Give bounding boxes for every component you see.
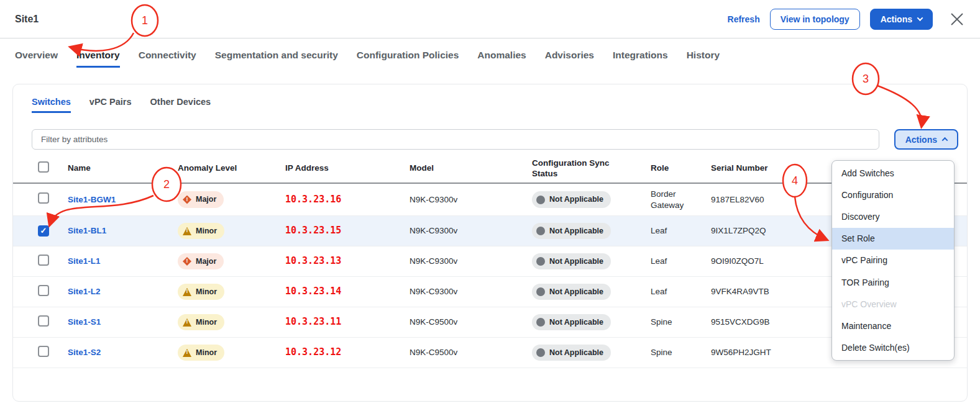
filter-input[interactable] <box>32 129 879 150</box>
column-header-anomaly-level[interactable]: Anomaly Level <box>178 163 285 174</box>
ip-address: 10.3.23.13 <box>285 255 341 266</box>
menu-item-delete-switches[interactable]: Delete Switch(es) <box>832 337 954 359</box>
model: N9K-C9500v <box>410 347 532 358</box>
row-checkbox[interactable] <box>38 315 49 327</box>
table-actions-label: Actions <box>905 135 937 145</box>
serial-number: 9515VCXDG9B <box>711 317 836 328</box>
anomaly-badge: Major <box>178 253 224 269</box>
tab-configuration-policies[interactable]: Configuration Policies <box>357 50 459 68</box>
model: N9K-C9500v <box>410 317 532 328</box>
ip-address: 10.3.23.16 <box>285 194 341 205</box>
site-detail-dialog: Site1 Refresh View in topology Actions O… <box>0 0 980 406</box>
anomaly-label: Major <box>196 194 216 204</box>
tab-segmentation-and-security[interactable]: Segmentation and security <box>215 50 338 68</box>
anomaly-icon <box>183 287 191 296</box>
menu-item-discovery[interactable]: Discovery <box>832 205 954 227</box>
role: Border Gateway <box>651 189 711 210</box>
role: Spine <box>651 347 711 358</box>
role: Leaf <box>651 286 711 297</box>
column-header-config-sync-status[interactable]: Configuration Sync Status <box>532 158 651 179</box>
switch-name-link[interactable]: Site1-S1 <box>68 317 101 327</box>
column-header-name[interactable]: Name <box>68 163 178 174</box>
header-actions-button[interactable]: Actions <box>870 9 933 30</box>
switch-name-link[interactable]: Site1-S2 <box>68 348 101 357</box>
menu-item-vpc-pairing[interactable]: vPC Pairing <box>832 250 954 271</box>
row-checkbox[interactable] <box>38 255 49 266</box>
sync-status-badge: Not Applicable <box>532 284 611 300</box>
view-in-topology-button[interactable]: View in topology <box>770 9 860 30</box>
menu-item-set-role[interactable]: Set Role <box>832 228 954 250</box>
subtab-vpc-pairs[interactable]: vPC Pairs <box>89 97 132 113</box>
sync-status-label: Not Applicable <box>549 194 603 204</box>
role: Spine <box>651 317 711 328</box>
svg-text:3: 3 <box>863 73 869 85</box>
tab-history[interactable]: History <box>687 50 720 68</box>
menu-item-maintenance[interactable]: Maintenance <box>832 315 954 336</box>
table-row[interactable]: Site1-BL1 Minor 10.3.23.15 N9K-C9300v No… <box>13 216 967 246</box>
anomaly-badge: Minor <box>178 314 224 330</box>
row-checkbox[interactable] <box>38 192 49 204</box>
anomaly-badge: Minor <box>178 284 224 300</box>
subtab-switches[interactable]: Switches <box>32 97 71 113</box>
model: N9K-C9300v <box>410 256 532 267</box>
tab-inventory[interactable]: Inventory <box>76 50 120 68</box>
status-dot-icon <box>536 318 545 327</box>
serial-number: 9OI9I0ZQO7L <box>711 256 836 267</box>
view-in-topology-label: View in topology <box>781 14 849 24</box>
subtab-other-devices[interactable]: Other Devices <box>150 97 211 113</box>
column-header-ip-address[interactable]: IP Address <box>285 163 410 174</box>
tab-advisories[interactable]: Advisories <box>545 50 594 68</box>
column-header-serial-number[interactable]: Serial Number <box>711 163 836 174</box>
sync-status-badge: Not Applicable <box>532 314 611 330</box>
switch-name-link[interactable]: Site1-BGW1 <box>68 195 116 204</box>
row-checkbox[interactable] <box>38 225 49 237</box>
column-header-model[interactable]: Model <box>410 163 532 174</box>
sync-status-badge: Not Applicable <box>532 253 611 269</box>
table-row[interactable]: Site1-S1 Minor 10.3.23.11 N9K-C9500v Not… <box>13 307 967 338</box>
refresh-link[interactable]: Refresh <box>728 14 760 24</box>
ip-address: 10.3.23.15 <box>285 225 341 236</box>
anomaly-icon <box>183 257 191 266</box>
main-tab-bar: Overview Inventory Connectivity Segmenta… <box>15 50 720 68</box>
menu-item-add-switches[interactable]: Add Switches <box>832 162 954 184</box>
anomaly-icon <box>183 348 191 357</box>
close-button[interactable] <box>949 11 965 27</box>
dialog-header: Site1 Refresh View in topology Actions <box>0 0 980 38</box>
tab-connectivity[interactable]: Connectivity <box>139 50 196 68</box>
row-checkbox[interactable] <box>38 285 49 296</box>
anomaly-badge: Major <box>178 191 224 207</box>
sync-status-label: Not Applicable <box>549 256 603 266</box>
switch-name-link[interactable]: Site1-BL1 <box>68 226 106 235</box>
model: N9K-C9300v <box>410 194 532 205</box>
table-row[interactable]: Site1-BGW1 Major 10.3.23.16 N9K-C9300v N… <box>13 184 967 216</box>
status-dot-icon <box>536 287 545 296</box>
status-dot-icon <box>536 227 545 235</box>
role: Leaf <box>651 256 711 267</box>
tab-overview[interactable]: Overview <box>15 50 58 68</box>
inventory-card: Switches vPC Pairs Other Devices Actions… <box>12 84 968 402</box>
menu-item-configuration[interactable]: Configuration <box>832 184 954 205</box>
status-dot-icon <box>536 196 545 204</box>
sync-status-label: Not Applicable <box>549 226 603 236</box>
table-row[interactable]: Site1-L2 Minor 10.3.23.14 N9K-C9300v Not… <box>13 277 967 307</box>
row-checkbox[interactable] <box>38 346 49 357</box>
switches-table: Name Anomaly Level IP Address Model Conf… <box>13 155 967 368</box>
anomaly-badge: Minor <box>178 345 224 361</box>
anomaly-icon <box>183 318 191 327</box>
table-actions-button[interactable]: Actions <box>894 129 958 150</box>
switch-name-link[interactable]: Site1-L2 <box>68 287 101 296</box>
menu-item-tor-pairing[interactable]: TOR Pairing <box>832 271 954 293</box>
model: N9K-C9300v <box>410 286 532 297</box>
switch-name-link[interactable]: Site1-L1 <box>68 256 101 266</box>
anomaly-icon <box>183 227 191 235</box>
serial-number: 9W56PH2JGHT <box>711 347 836 358</box>
select-all-checkbox[interactable] <box>38 161 49 173</box>
tab-anomalies[interactable]: Anomalies <box>477 50 526 68</box>
table-row[interactable]: Site1-L1 Major 10.3.23.13 N9K-C9300v Not… <box>13 246 967 277</box>
table-header-row: Name Anomaly Level IP Address Model Conf… <box>13 155 967 184</box>
column-header-role[interactable]: Role <box>651 163 711 174</box>
status-dot-icon <box>536 257 545 266</box>
tab-integrations[interactable]: Integrations <box>613 50 668 68</box>
table-row[interactable]: Site1-S2 Minor 10.3.23.12 N9K-C9500v Not… <box>13 338 967 368</box>
sync-status-badge: Not Applicable <box>532 345 611 361</box>
